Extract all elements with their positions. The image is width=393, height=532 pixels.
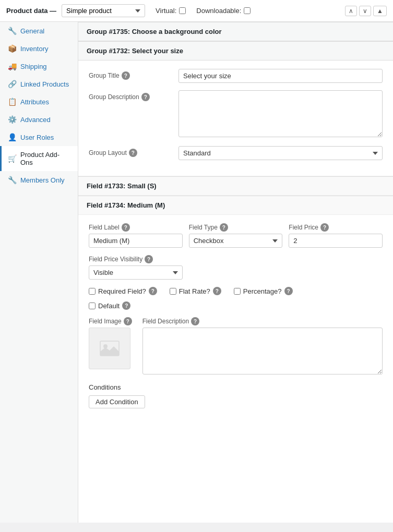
group1732-title: Group #1732: Select your size xyxy=(87,47,385,55)
sidebar-label-attributes: Attributes xyxy=(20,98,49,106)
group-title-control xyxy=(178,69,383,83)
sidebar-item-inventory[interactable]: 📦 Inventory xyxy=(0,40,78,57)
field-price-visibility-row: Field Price Visibility ? Visible Hidden xyxy=(89,255,383,280)
percentage-checkbox[interactable] xyxy=(234,288,241,295)
group-description-control xyxy=(178,90,383,139)
default-help-icon[interactable]: ? xyxy=(122,301,130,310)
group1735-title: Group #1735: Choose a background color xyxy=(87,28,385,35)
arrow-up-button[interactable]: ∧ xyxy=(345,6,357,16)
sidebar-item-general[interactable]: 🔧 General xyxy=(0,22,78,40)
shipping-icon: 🚚 xyxy=(8,62,16,70)
field-price-heading: Field Price ? xyxy=(289,223,383,232)
product-add-ons-icon: 🛒 xyxy=(8,154,16,163)
field-image-desc-row: Field Image ? Fie xyxy=(89,317,383,376)
sidebar-item-user-roles[interactable]: 👤 User Roles xyxy=(0,128,78,146)
linked-products-icon: 🔗 xyxy=(8,80,16,88)
field-image-help-icon[interactable]: ? xyxy=(124,317,132,325)
field-price-col: Field Price ? xyxy=(289,223,383,248)
field-description-label: Field Description ? xyxy=(142,317,383,325)
group-layout-control: Standard Radiobutton Checkboxes Select xyxy=(178,146,383,160)
product-data-topbar: Product data — Simple product Virtual: D… xyxy=(0,0,393,22)
default-checkbox[interactable] xyxy=(89,303,96,309)
sidebar-label-members-only: Members Only xyxy=(20,176,65,184)
virtual-checkbox[interactable] xyxy=(179,7,186,14)
required-field-checkbox-item[interactable]: Required Field? ? xyxy=(89,287,157,295)
field-label-help-icon[interactable]: ? xyxy=(122,223,130,232)
advanced-icon: ⚙️ xyxy=(8,115,16,124)
group-layout-label: Group Layout ? xyxy=(89,146,172,157)
sidebar-item-shipping[interactable]: 🚚 Shipping xyxy=(0,57,78,75)
field-type-col: Field Type ? Checkbox Select Radiobutton… xyxy=(189,223,283,248)
field-label-input[interactable] xyxy=(89,234,183,248)
field-type-heading: Field Type ? xyxy=(189,223,283,232)
inventory-icon: 📦 xyxy=(8,44,16,53)
add-condition-button[interactable]: Add Condition xyxy=(89,395,145,408)
attributes-icon: 📋 xyxy=(8,98,16,106)
field-label-type-price-row: Field Label ? Field Type ? Checkbox Sele… xyxy=(89,223,383,248)
conditions-section: Conditions Add Condition xyxy=(89,383,383,408)
field-label-heading: Field Label ? xyxy=(89,223,183,232)
group-description-label: Group Description ? xyxy=(89,90,172,101)
group1732-header: Group #1732: Select your size xyxy=(78,41,393,61)
general-icon: 🔧 xyxy=(8,27,16,35)
field-type-select[interactable]: Checkbox Select Radiobutton Text xyxy=(189,234,283,248)
field-price-visibility-help-icon[interactable]: ? xyxy=(145,255,153,263)
group1732-form: Group Title ? Group Description ? xyxy=(78,61,393,176)
group-title-help-icon[interactable]: ? xyxy=(122,71,130,80)
field-image-placeholder[interactable] xyxy=(89,328,130,369)
sidebar-item-product-add-ons[interactable]: 🛒 Product Add-Ons xyxy=(0,146,78,171)
required-field-help-icon[interactable]: ? xyxy=(149,287,157,295)
group-title-row: Group Title ? xyxy=(89,69,383,83)
group-title-input[interactable] xyxy=(178,69,383,83)
sidebar-item-attributes[interactable]: 📋 Attributes xyxy=(0,93,78,111)
default-label: Default xyxy=(98,302,120,310)
group-layout-row: Group Layout ? Standard Radiobutton Chec… xyxy=(89,146,383,160)
user-roles-icon: 👤 xyxy=(8,133,16,141)
field1733-title: Field #1733: Small (S) xyxy=(87,182,385,190)
field-type-help-icon[interactable]: ? xyxy=(220,223,228,232)
sidebar-label-product-add-ons: Product Add-Ons xyxy=(20,151,72,166)
group-title-label: Group Title ? xyxy=(89,69,172,80)
percentage-help-icon[interactable]: ? xyxy=(284,287,293,295)
group-description-textarea[interactable] xyxy=(178,90,383,137)
downloadable-checkbox[interactable] xyxy=(244,7,251,14)
field-description-col: Field Description ? xyxy=(142,317,383,376)
field-image-col: Field Image ? xyxy=(89,317,132,369)
flat-rate-help-icon[interactable]: ? xyxy=(213,287,221,295)
field-price-input[interactable] xyxy=(289,234,383,248)
group1735-header: Group #1735: Choose a background color xyxy=(78,22,393,41)
percentage-checkbox-item[interactable]: Percentage? ? xyxy=(234,287,293,295)
virtual-label: Virtual: xyxy=(156,7,176,15)
sidebar-item-advanced[interactable]: ⚙️ Advanced xyxy=(0,111,78,128)
field1734-title: Field #1734: Medium (M) xyxy=(87,201,385,209)
field-price-visibility-select[interactable]: Visible Hidden xyxy=(89,265,183,280)
flat-rate-checkbox[interactable] xyxy=(170,288,176,295)
downloadable-label: Downloadable: xyxy=(196,7,241,15)
main-content: Group #1735: Choose a background color G… xyxy=(78,22,393,523)
arrow-buttons: ∧ ∨ ▲ xyxy=(345,6,387,16)
arrow-down-button[interactable]: ∨ xyxy=(359,6,371,16)
sidebar-label-user-roles: User Roles xyxy=(20,134,54,141)
field-description-textarea[interactable] xyxy=(142,328,383,374)
group-layout-select[interactable]: Standard Radiobutton Checkboxes Select xyxy=(178,146,383,160)
product-type-select[interactable]: Simple product xyxy=(62,4,145,17)
field-description-help-icon[interactable]: ? xyxy=(191,317,199,325)
sidebar-label-linked-products: Linked Products xyxy=(20,80,69,88)
sidebar-label-advanced: Advanced xyxy=(20,116,51,124)
sidebar-item-members-only[interactable]: 🔧 Members Only xyxy=(0,171,78,189)
required-field-label: Required Field? xyxy=(98,287,146,295)
sidebar-label-inventory: Inventory xyxy=(20,45,48,53)
required-field-checkbox[interactable] xyxy=(89,288,96,295)
group-layout-help-icon[interactable]: ? xyxy=(129,149,137,157)
sidebar-label-shipping: Shipping xyxy=(20,63,47,70)
flat-rate-checkbox-item[interactable]: Flat Rate? ? xyxy=(170,287,221,295)
field1734-header: Field #1734: Medium (M) xyxy=(78,196,393,215)
group-description-help-icon[interactable]: ? xyxy=(141,93,150,101)
sidebar-item-linked-products[interactable]: 🔗 Linked Products xyxy=(0,75,78,93)
arrow-collapse-button[interactable]: ▲ xyxy=(373,6,387,16)
field-label-col: Field Label ? xyxy=(89,223,183,248)
field-price-help-icon[interactable]: ? xyxy=(320,223,329,232)
field-options-checkbox-row: Required Field? ? Flat Rate? ? Percentag… xyxy=(89,287,383,295)
field-image-label: Field Image ? xyxy=(89,317,132,325)
sidebar: 🔧 General 📦 Inventory 🚚 Shipping 🔗 Linke… xyxy=(0,22,78,523)
